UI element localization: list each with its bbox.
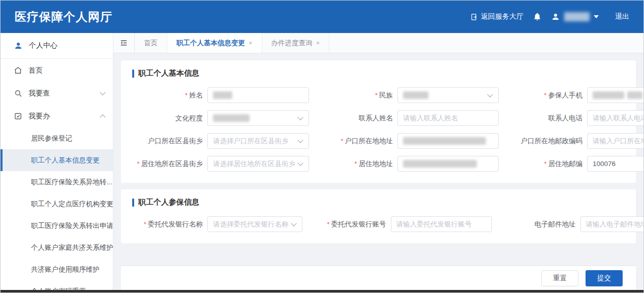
field-label: 居住地地址 bbox=[359, 160, 393, 168]
required-mark: * bbox=[375, 91, 378, 99]
sidebar-item-profile[interactable]: 个人中心 bbox=[1, 33, 113, 58]
field-contact-name: *联系人姓名 bbox=[322, 110, 499, 126]
sidebar-item-label: 个人中心 bbox=[29, 41, 57, 50]
field-label: 户口所在地地址 bbox=[345, 137, 393, 145]
active-indicator bbox=[1, 149, 3, 171]
profile-icon bbox=[14, 41, 23, 50]
page-content: 职工个人基本信息 *姓名 bbox=[113, 53, 643, 290]
tab-home[interactable]: 首页 bbox=[135, 33, 167, 53]
sidebar-item-resident-registration[interactable]: 居民参保登记 bbox=[1, 127, 113, 149]
app-window: 医疗保障个人网厅 返回服务大厅 退出 bbox=[0, 0, 644, 293]
education-select[interactable] bbox=[207, 110, 309, 126]
sidebar-item-label: 我要查 bbox=[28, 89, 50, 98]
name-input[interactable] bbox=[207, 87, 309, 103]
field-label-wrap: *参保人手机 bbox=[512, 91, 587, 100]
return-service-hall-link[interactable]: 返回服务大厅 bbox=[470, 12, 524, 21]
sidebar-item-query[interactable]: 我要查 bbox=[1, 82, 113, 105]
sidebar-item-handle[interactable]: 我要办 bbox=[1, 105, 113, 127]
sidebar-item-label: 居民参保登记 bbox=[31, 134, 72, 143]
sidebar-item-designated-hospital-change[interactable]: 职工个人定点医疗机构变更 bbox=[1, 193, 113, 215]
field-hukou-area: *户口所在区县街乡 请选择户口所在区县街乡 bbox=[132, 133, 309, 149]
sidebar-item-label: 职工医疗保险关系转出申请 bbox=[31, 221, 113, 231]
field-ethnicity: *民族 bbox=[322, 87, 499, 103]
field-label-wrap: *委托代发银行名称 bbox=[132, 220, 207, 229]
collapse-sidebar-icon[interactable] bbox=[113, 33, 135, 53]
sidebar-item-insurance-transfer-out[interactable]: 职工医疗保险关系转出申请 bbox=[1, 215, 113, 237]
sidebar-item-family-mutual-aid[interactable]: 个人账户家庭共济关系维护 bbox=[1, 237, 113, 258]
chevron-down-icon bbox=[297, 114, 303, 120]
field-email: *电子邮件地址 bbox=[505, 216, 644, 232]
required-mark: * bbox=[137, 160, 139, 168]
bank-name-select[interactable]: 请选择委托代发银行名称 bbox=[207, 216, 302, 232]
field-label: 联系人电话 bbox=[548, 114, 583, 122]
redacted-value bbox=[403, 91, 428, 99]
sidebar-item-label: 职工个人基本信息变更 bbox=[31, 156, 100, 165]
contact-phone-input[interactable] bbox=[587, 110, 643, 126]
field-label: 联系人姓名 bbox=[359, 114, 393, 122]
app-title: 医疗保障个人网厅 bbox=[15, 9, 112, 25]
redacted-value bbox=[403, 160, 477, 168]
section-title-bar bbox=[132, 70, 134, 78]
residence-address-input[interactable] bbox=[397, 156, 499, 172]
field-residence-address: *居住地地址 bbox=[322, 156, 499, 172]
sidebar-item-password-reset[interactable]: 个人账户密码重置 bbox=[1, 280, 113, 290]
hukou-address-input[interactable] bbox=[397, 133, 499, 149]
section-title: 职工个人参保信息 bbox=[132, 198, 625, 207]
field-label-wrap: *联系人姓名 bbox=[322, 114, 397, 123]
sidebar-item-label: 共济账户使用顺序维护 bbox=[31, 265, 100, 274]
close-icon[interactable]: × bbox=[249, 39, 253, 47]
tab-progress-query[interactable]: 办件进度查询 × bbox=[262, 33, 330, 53]
residence-postcode-input[interactable] bbox=[587, 156, 643, 172]
select-placeholder: 请选择居住地所在区县街乡 bbox=[213, 159, 295, 169]
return-doc-icon bbox=[470, 13, 478, 21]
submit-button[interactable]: 提交 bbox=[586, 270, 623, 286]
required-mark: * bbox=[544, 91, 546, 99]
insured-phone-input[interactable] bbox=[587, 87, 643, 103]
sidebar-item-label: 首页 bbox=[28, 66, 43, 75]
field-label-wrap: *居住地邮编 bbox=[512, 159, 587, 169]
tab-bar: 首页 职工个人基本信息变更 × 办件进度查询 × bbox=[113, 33, 643, 53]
user-menu[interactable] bbox=[551, 12, 599, 21]
field-residence-area: *居住地所在区县街乡 请选择居住地所在区县街乡 bbox=[132, 156, 309, 172]
sidebar-item-employee-info-change[interactable]: 职工个人基本信息变更 bbox=[1, 149, 113, 171]
sidebar-item-label: 个人账户密码重置 bbox=[31, 287, 86, 290]
bell-icon[interactable] bbox=[533, 12, 542, 21]
field-label-wrap: *居住地所在区县街乡 bbox=[132, 159, 207, 169]
username-redacted bbox=[564, 12, 590, 21]
field-label: 电子邮件地址 bbox=[535, 220, 576, 228]
sidebar-item-insurance-transfer-in[interactable]: 职工医疗保险关系异地转... bbox=[1, 171, 113, 193]
sidebar-item-home[interactable]: 首页 bbox=[1, 59, 113, 82]
tasks-icon bbox=[14, 112, 22, 120]
bank-account-input[interactable] bbox=[391, 216, 492, 232]
field-hukou-postcode: *户口所在地邮政编码 bbox=[512, 133, 643, 149]
sidebar-item-mutual-account-order[interactable]: 共济账户使用顺序维护 bbox=[1, 258, 113, 280]
sidebar-item-label: 我要办 bbox=[28, 112, 50, 121]
required-mark: * bbox=[544, 160, 546, 168]
redacted-value bbox=[403, 137, 486, 145]
ethnicity-select[interactable] bbox=[397, 87, 499, 103]
hukou-postcode-input[interactable] bbox=[587, 133, 643, 149]
residence-area-select[interactable]: 请选择居住地所在区县街乡 bbox=[207, 156, 309, 172]
redacted-value bbox=[627, 91, 642, 99]
contact-name-input[interactable] bbox=[397, 110, 499, 126]
hukou-area-select[interactable]: 请选择户口所在区县街乡 bbox=[207, 133, 309, 149]
field-label-wrap: *联系人电话 bbox=[512, 114, 587, 123]
field-education: *文化程度 bbox=[132, 110, 309, 126]
reset-button[interactable]: 重置 bbox=[541, 270, 578, 286]
section-title-text: 职工个人参保信息 bbox=[138, 198, 199, 207]
chevron-down-icon bbox=[297, 137, 303, 143]
section-title-text: 职工个人基本信息 bbox=[138, 69, 199, 78]
field-label: 民族 bbox=[379, 91, 393, 99]
field-label: 居住地所在区县街乡 bbox=[141, 160, 203, 168]
email-input[interactable] bbox=[580, 216, 644, 232]
required-mark: * bbox=[185, 91, 188, 99]
sidebar-item-label: 职工医疗保险关系异地转... bbox=[31, 178, 112, 187]
logout-button[interactable]: 退出 bbox=[615, 12, 629, 21]
tab-employee-info-change[interactable]: 职工个人基本信息变更 × bbox=[167, 33, 262, 53]
top-header: 医疗保障个人网厅 返回服务大厅 退出 bbox=[1, 1, 643, 33]
window-edge bbox=[1, 290, 643, 292]
close-icon[interactable]: × bbox=[316, 39, 320, 47]
field-label-wrap: *居住地地址 bbox=[322, 159, 397, 169]
field-label-wrap: *民族 bbox=[322, 91, 397, 100]
select-placeholder: 请选择委托代发银行名称 bbox=[213, 220, 289, 229]
